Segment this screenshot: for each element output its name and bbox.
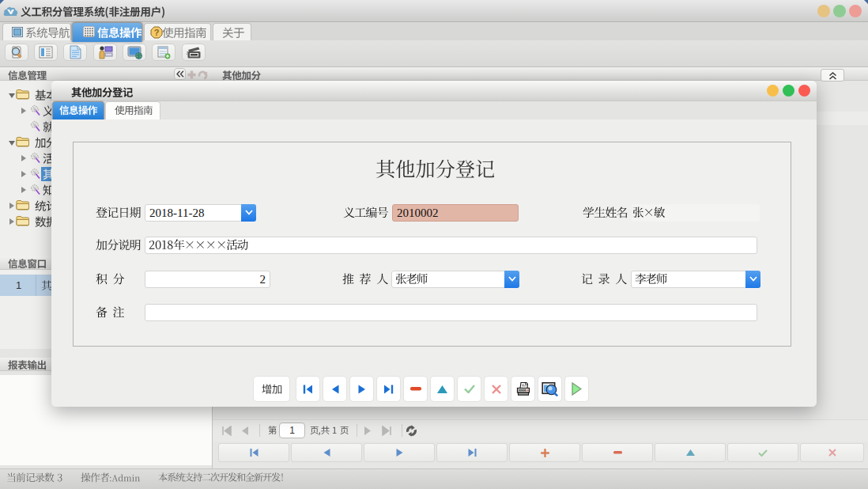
svg-text:?: ? bbox=[154, 28, 160, 37]
